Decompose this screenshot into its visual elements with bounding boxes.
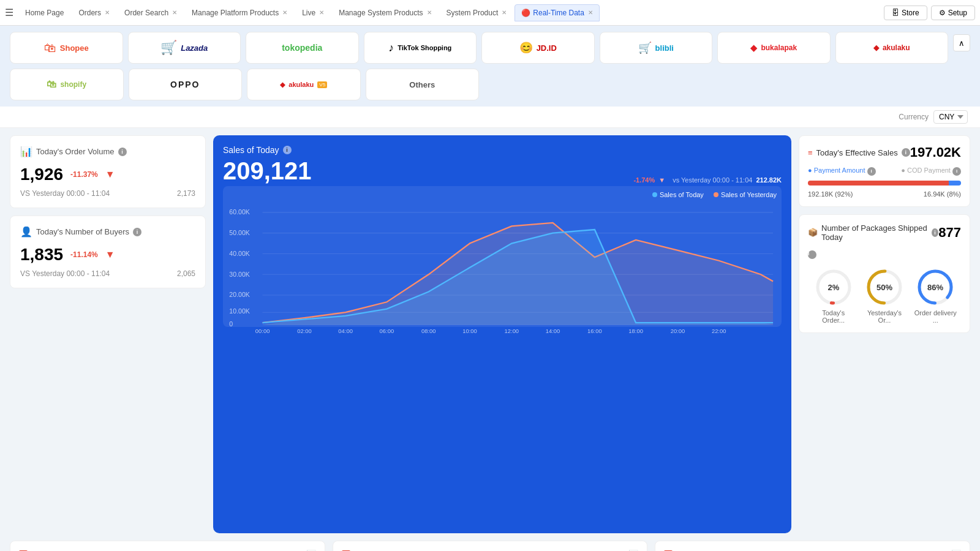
- close-icon[interactable]: ✕: [427, 9, 432, 16]
- svg-text:18:00: 18:00: [628, 328, 643, 333]
- cod-value: 16.94K (8%): [924, 190, 961, 198]
- payment-label: Payment Amount: [814, 167, 865, 174]
- buyers-card: 👤 Today's Number of Buyers i 1,835 -11.1…: [10, 216, 206, 288]
- platform-blibli[interactable]: 🛒 blibli: [600, 32, 713, 64]
- shopee-icon: 🛍: [44, 41, 56, 55]
- currency-label: Currency: [899, 113, 929, 121]
- order-volume-vs-value: 2,173: [177, 189, 195, 198]
- tab-live[interactable]: Live✕: [295, 4, 331, 21]
- sales-change-arrow: ▼: [658, 176, 665, 184]
- cod-progress-fill: [949, 181, 961, 186]
- hamburger-menu[interactable]: ☰: [5, 7, 13, 18]
- payment-value: 192.18K (92%): [808, 190, 853, 198]
- platform-akulaku-2[interactable]: ◆ akulaku V5: [247, 69, 361, 100]
- tab-manage-system[interactable]: Manage System Products✕: [332, 4, 438, 21]
- right-panel: ≡ Today's Effective Sales i 197.02K ● Pa…: [799, 135, 970, 533]
- shopify-icon: 🛍: [47, 79, 56, 90]
- order-volume-value: 1,926: [20, 165, 63, 184]
- effective-sales-icon: ≡: [808, 148, 813, 157]
- packages-icon: 📦: [808, 228, 818, 237]
- down-arrow-icon: ▼: [105, 249, 115, 260]
- buyers-vs-value: 2,065: [177, 269, 195, 278]
- top-navigation: ☰ Home Page Orders✕ Order Search✕ Manage…: [0, 0, 980, 26]
- circle-delivery-wrap: 86%: [916, 268, 955, 307]
- platform-jdid[interactable]: 😊 JD.ID: [481, 32, 595, 64]
- svg-text:60.00K: 60.00K: [229, 209, 250, 216]
- setup-button[interactable]: ⚙ Setup: [931, 6, 975, 20]
- payment-label-dot: ● Payment Amount i: [808, 167, 876, 176]
- packages-card: 📦 Number of Packages Shipped Today i 877…: [799, 214, 970, 333]
- close-icon[interactable]: ✕: [588, 9, 593, 16]
- buyers-icon: 👤: [20, 226, 32, 238]
- center-panel: Sales of Today i 209,121 -1.74% ▼ vs Yes…: [213, 135, 791, 533]
- store-button[interactable]: 🗄 Store: [884, 6, 927, 20]
- svg-text:20.00K: 20.00K: [229, 292, 250, 299]
- close-icon[interactable]: ✕: [172, 9, 177, 16]
- packages-info2[interactable]: i: [808, 250, 816, 259]
- tab-realtime[interactable]: 🔴 Real-Time Data✕: [514, 4, 600, 21]
- tab-home[interactable]: Home Page: [18, 4, 70, 21]
- currency-select[interactable]: CNY USD EUR: [933, 110, 968, 124]
- sales-title: Sales of Today: [223, 145, 279, 155]
- effective-sales-value: 197.02K: [910, 144, 961, 160]
- platform-section: 🛍 Shopee 🛒 Lazada tokopedia ♪ TikTok Sho…: [0, 26, 980, 107]
- payment-progress-bar: [808, 181, 961, 186]
- svg-text:50.00K: 50.00K: [229, 230, 250, 236]
- tab-system-product[interactable]: System Product✕: [440, 4, 514, 21]
- sales-info[interactable]: i: [283, 146, 292, 154]
- platform-others[interactable]: Others: [366, 69, 480, 100]
- buyers-info[interactable]: i: [133, 228, 141, 236]
- close-icon[interactable]: ✕: [502, 9, 507, 16]
- platform-tokopedia[interactable]: tokopedia: [246, 32, 359, 64]
- platform-shopify[interactable]: 🛍 shopify: [10, 69, 124, 100]
- svg-text:04:00: 04:00: [338, 328, 353, 333]
- blibli-icon: 🛒: [638, 41, 652, 54]
- effective-sales-info[interactable]: i: [902, 148, 910, 157]
- bukalapak-icon: ◆: [750, 43, 757, 53]
- order-volume-vs-label: VS Yesterday 00:00 - 11:04: [20, 189, 110, 198]
- circle-yesterday-label: Yesterday's Or...: [863, 309, 906, 324]
- svg-text:20:00: 20:00: [671, 328, 685, 333]
- svg-text:30.00K: 30.00K: [229, 271, 250, 278]
- store-ranking-card: Store Transaction Ranking ≡ 📊 👑 Unicharm…: [10, 541, 325, 551]
- close-icon[interactable]: ✕: [282, 9, 287, 16]
- circle-yesterday-wrap: 50%: [865, 268, 904, 307]
- tab-orders[interactable]: Orders✕: [72, 4, 116, 21]
- platform-lazada[interactable]: 🛒 Lazada: [128, 32, 241, 64]
- effective-sales-card: ≡ Today's Effective Sales i 197.02K ● Pa…: [799, 135, 970, 207]
- collapse-button[interactable]: ∧: [953, 34, 970, 51]
- cod-info[interactable]: i: [952, 167, 961, 176]
- svg-text:10.00K: 10.00K: [229, 309, 250, 315]
- sales-vs-text: vs Yesterday 00:00 - 11:04: [673, 176, 752, 184]
- effective-sales-title: Today's Effective Sales: [816, 148, 898, 157]
- tab-order-search[interactable]: Order Search✕: [118, 4, 184, 21]
- sales-card: Sales of Today i 209,121 -1.74% ▼ vs Yes…: [213, 135, 791, 533]
- payment-info[interactable]: i: [867, 167, 876, 176]
- close-icon[interactable]: ✕: [319, 9, 324, 16]
- svg-text:12:00: 12:00: [505, 328, 519, 333]
- buyers-title: Today's Number of Buyers: [36, 227, 129, 236]
- platform-shopee[interactable]: 🛍 Shopee: [10, 32, 123, 64]
- platform-tiktok[interactable]: ♪ TikTok Shopping: [364, 32, 477, 64]
- cod-label-dot: ● COD Payment i: [901, 167, 961, 176]
- platform-grid-row1: 🛍 Shopee 🛒 Lazada tokopedia ♪ TikTok Sho…: [10, 32, 948, 64]
- circle-today: 2% Today's Order...: [812, 268, 855, 324]
- payment-progress-fill: [808, 181, 949, 186]
- svg-text:00:00: 00:00: [255, 328, 270, 333]
- sales-chart-area: Sales of Today Sales of Yesterday 60.00K…: [223, 186, 782, 327]
- currency-bar: Currency CNY USD EUR: [0, 107, 980, 128]
- order-icon: 📊: [20, 146, 32, 157]
- platform-bukalapak[interactable]: ◆ bukalapak: [717, 32, 831, 64]
- close-icon[interactable]: ✕: [105, 9, 110, 16]
- lazada-icon: 🛒: [160, 40, 177, 56]
- order-volume-info[interactable]: i: [118, 148, 127, 156]
- platform-oppo[interactable]: OPPO: [129, 69, 243, 100]
- svg-text:14:00: 14:00: [546, 328, 560, 333]
- platform-akulaku-1[interactable]: ◆ akulaku: [835, 32, 949, 64]
- packages-info[interactable]: i: [932, 228, 939, 237]
- main-content: 📊 Today's Order Volume i 1,926 -11.37% ▼…: [0, 128, 980, 541]
- order-volume-card: 📊 Today's Order Volume i 1,926 -11.37% ▼…: [10, 135, 206, 208]
- packages-circles: 2% Today's Order... 50% Yesterday's O: [808, 268, 961, 324]
- tab-manage-platform[interactable]: Manage Platform Products✕: [185, 4, 294, 21]
- svg-text:86%: 86%: [927, 283, 943, 292]
